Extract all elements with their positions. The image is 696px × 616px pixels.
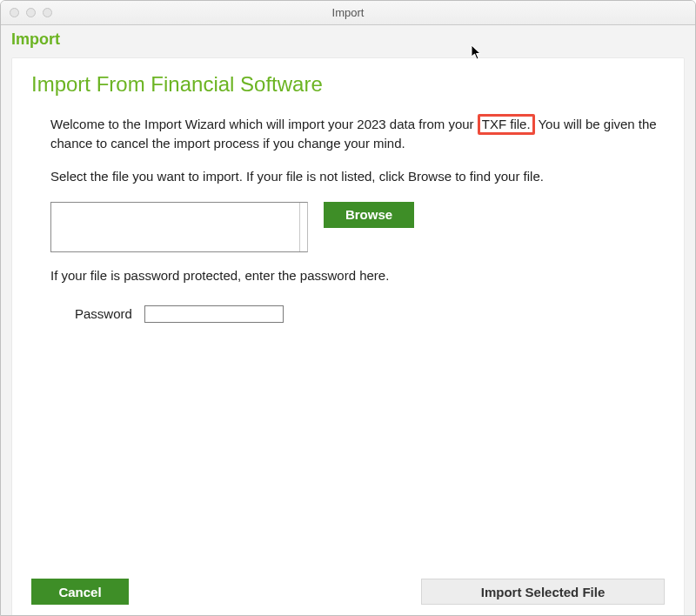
titlebar: Import [1,1,695,25]
footer-buttons: Cancel Import Selected File [31,579,665,605]
section-header: Import [1,25,695,57]
select-file-text: Select the file you want to import. If y… [31,168,665,185]
import-window: Import Import Import From Financial Soft… [0,0,696,616]
close-window-icon[interactable] [10,8,19,17]
intro-text: Welcome to the Import Wizard which will … [31,114,665,152]
password-label: Password [75,306,132,321]
browse-button[interactable]: Browse [324,202,414,228]
minimize-window-icon[interactable] [26,8,36,17]
password-note: If your file is password protected, ente… [31,268,665,283]
file-list-box[interactable] [50,202,308,252]
password-input[interactable] [144,305,284,323]
window-title: Import [1,6,695,19]
page-title: Import From Financial Software [31,72,665,97]
content-card: Import From Financial Software Welcome t… [11,57,685,616]
import-selected-file-button[interactable]: Import Selected File [421,579,665,605]
zoom-window-icon[interactable] [43,8,52,17]
intro-text-before: Welcome to the Import Wizard which will … [50,117,478,131]
password-row: Password [31,305,665,323]
txf-file-highlight: TXF file. [478,114,535,135]
cancel-button[interactable]: Cancel [31,579,129,605]
file-select-row: Browse [31,202,665,252]
window-controls [1,8,52,17]
